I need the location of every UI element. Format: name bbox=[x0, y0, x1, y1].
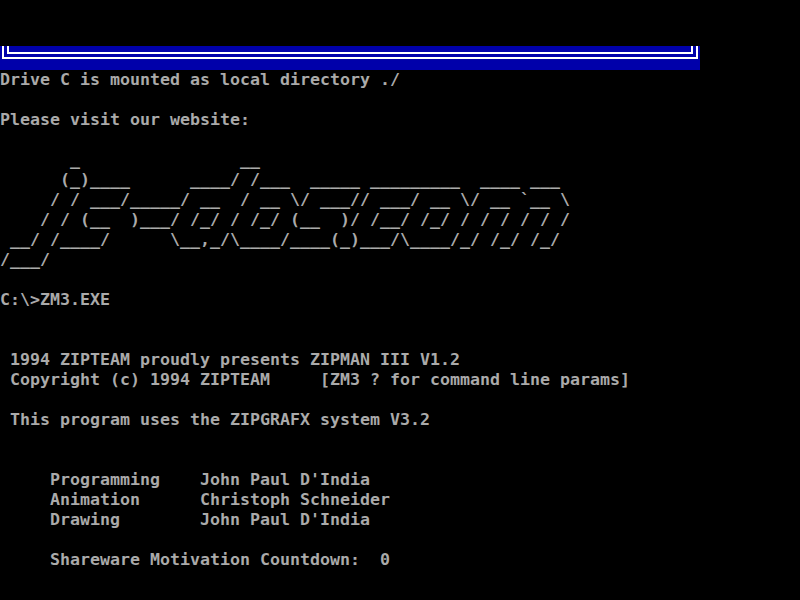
copyright-line: Copyright (c) 1994 ZIPTEAM [ZM3 ? for co… bbox=[0, 370, 630, 390]
command-prompt-line: C:\>ZM3.EXE bbox=[0, 290, 110, 310]
credit-role: Drawing bbox=[50, 510, 200, 530]
jsdos-ascii-logo: _ __ (_)____ ____/ /___ _____ _________ … bbox=[0, 150, 570, 270]
zipman-banner-line: 1994 ZIPTEAM proudly presents ZIPMAN III… bbox=[0, 350, 460, 370]
countdown-label: Shareware Motivation Countdown: bbox=[50, 550, 360, 569]
zipgrafx-engine-line: This program uses the ZIPGRAFX system V3… bbox=[0, 410, 430, 430]
credit-row-animation: AnimationChristoph Schneider bbox=[10, 470, 390, 490]
dialog-double-line-border bbox=[2, 46, 698, 59]
mount-message: Drive C is mounted as local directory ./ bbox=[0, 70, 400, 90]
credit-row-drawing: DrawingJohn Paul D'India bbox=[10, 490, 370, 510]
shareware-countdown-line: Shareware Motivation Countdown:0 bbox=[10, 530, 390, 550]
countdown-value: 0 bbox=[360, 550, 390, 569]
credit-row-programming: ProgrammingJohn Paul D'India bbox=[10, 450, 370, 470]
dos-terminal-screen[interactable]: Drive C is mounted as local directory ./… bbox=[0, 0, 800, 600]
startup-dialog-bottom-bar bbox=[0, 46, 700, 70]
credit-name: John Paul D'India bbox=[200, 510, 370, 529]
website-message: Please visit our website: bbox=[0, 110, 250, 130]
